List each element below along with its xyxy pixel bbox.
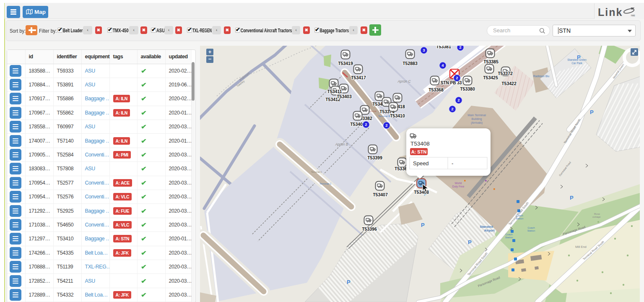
svg-text:T53385: T53385	[483, 59, 499, 64]
svg-text:4: 4	[441, 63, 444, 68]
svg-text:P: P	[570, 195, 574, 201]
svg-text:P: P	[577, 54, 581, 60]
svg-text:T53399: T53399	[367, 155, 382, 160]
svg-text:2: 2	[385, 123, 387, 128]
svg-text:Station: Station	[516, 217, 524, 220]
svg-text:Building: Building	[472, 117, 482, 121]
svg-text:T52883: T52883	[402, 61, 418, 66]
svg-text:World: World	[455, 182, 462, 185]
svg-text:P: P	[421, 222, 425, 228]
svg-text:T53380: T53380	[460, 86, 475, 91]
svg-text:T5336: T5336	[395, 166, 407, 171]
svg-text:Mill End: Mill End	[575, 245, 587, 249]
svg-text:Rose: Rose	[594, 213, 600, 215]
svg-text:T53396: T53396	[362, 226, 377, 232]
svg-text:Coach: Coach	[516, 214, 523, 217]
svg-text:P: P	[468, 239, 472, 245]
svg-text:A: STN: A: STN	[411, 149, 427, 154]
svg-text:FMS: FMS	[631, 15, 635, 17]
svg-text:−: −	[208, 56, 212, 62]
svg-text:Station: Station	[505, 236, 513, 239]
svg-text:Terminal C: Terminal C	[319, 182, 332, 185]
svg-text:P: P	[347, 279, 351, 285]
svg-text:3: 3	[423, 48, 425, 52]
svg-text:Terminal B: Terminal B	[378, 115, 390, 117]
svg-text:P: P	[590, 109, 594, 115]
svg-text:cottage: cottage	[592, 216, 601, 218]
svg-text:T53419: T53419	[338, 61, 353, 66]
svg-text:T53381: T53381	[436, 46, 451, 49]
svg-text:T53372: T53372	[498, 71, 513, 76]
svg-text:Stansted: Stansted	[480, 225, 493, 229]
svg-text:T53410: T53410	[390, 113, 405, 118]
svg-text:T53422: T53422	[501, 81, 517, 86]
svg-text:T53417: T53417	[351, 75, 366, 80]
svg-text:(Arrivals): (Arrivals)	[471, 121, 483, 125]
svg-text:T53403: T53403	[337, 94, 352, 99]
svg-text:T53411: T53411	[327, 89, 342, 94]
svg-text:Airport: Airport	[484, 229, 495, 232]
svg-text:2: 2	[365, 122, 367, 127]
svg-text:Station: Station	[527, 229, 535, 232]
svg-text:2: 2	[456, 76, 458, 80]
svg-text:Speed: Speed	[413, 160, 429, 167]
svg-text:Main Terminal: Main Terminal	[467, 114, 486, 117]
svg-text:2: 2	[457, 98, 460, 102]
svg-text:Duty Free: Duty Free	[452, 185, 465, 188]
svg-text:Terminal C: Terminal C	[311, 171, 322, 173]
svg-text:T53368: T53368	[428, 87, 444, 92]
svg-text:T53408: T53408	[414, 190, 429, 195]
svg-text:T53408: T53408	[410, 141, 430, 147]
svg-text:Radisson Blu: Radisson Blu	[533, 75, 550, 78]
svg-text:2: 2	[459, 46, 461, 49]
svg-text:Car Park: Car Park	[571, 62, 582, 65]
svg-text:Coach: Coach	[505, 233, 512, 236]
svg-text:Coach: Coach	[527, 226, 535, 229]
svg-text:-: -	[452, 160, 453, 167]
svg-text:+: +	[208, 49, 212, 55]
svg-text:T53425: T53425	[483, 75, 498, 80]
svg-text:Apron C: Apron C	[397, 79, 411, 83]
svg-text:2: 2	[451, 107, 453, 111]
svg-text:T53407: T53407	[373, 192, 388, 197]
